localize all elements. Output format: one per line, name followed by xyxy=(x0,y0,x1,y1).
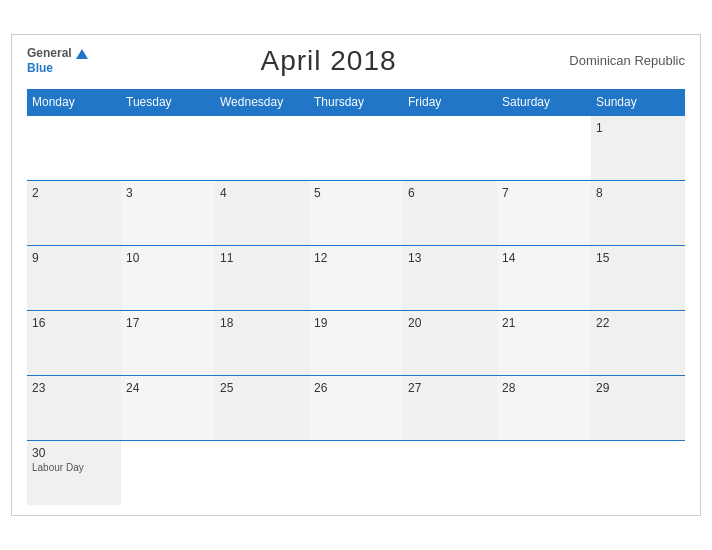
day-number: 6 xyxy=(408,186,492,200)
calendar-day xyxy=(121,115,215,180)
calendar-day: 10 xyxy=(121,245,215,310)
day-event: Labour Day xyxy=(32,462,116,473)
weekday-header-tuesday: Tuesday xyxy=(121,89,215,116)
calendar-day: 11 xyxy=(215,245,309,310)
calendar-header: General Blue April 2018 Dominican Republ… xyxy=(27,45,685,77)
day-number: 2 xyxy=(32,186,116,200)
day-number: 10 xyxy=(126,251,210,265)
calendar-day: 12 xyxy=(309,245,403,310)
calendar-day xyxy=(403,115,497,180)
calendar-day: 27 xyxy=(403,375,497,440)
calendar-day: 30Labour Day xyxy=(27,440,121,505)
day-number: 17 xyxy=(126,316,210,330)
calendar-container: General Blue April 2018 Dominican Republ… xyxy=(11,34,701,517)
logo: General Blue xyxy=(27,46,88,75)
day-number: 26 xyxy=(314,381,398,395)
weekday-header-friday: Friday xyxy=(403,89,497,116)
calendar-week-row: 2345678 xyxy=(27,180,685,245)
day-number: 21 xyxy=(502,316,586,330)
day-number: 5 xyxy=(314,186,398,200)
day-number: 23 xyxy=(32,381,116,395)
logo-general-text: General xyxy=(27,46,72,60)
calendar-day xyxy=(215,440,309,505)
day-number: 4 xyxy=(220,186,304,200)
weekday-header-wednesday: Wednesday xyxy=(215,89,309,116)
day-number: 25 xyxy=(220,381,304,395)
weekday-header-monday: Monday xyxy=(27,89,121,116)
calendar-day: 2 xyxy=(27,180,121,245)
day-number: 3 xyxy=(126,186,210,200)
day-number: 9 xyxy=(32,251,116,265)
weekday-header-sunday: Sunday xyxy=(591,89,685,116)
calendar-day: 14 xyxy=(497,245,591,310)
day-number: 18 xyxy=(220,316,304,330)
weekday-header-row: MondayTuesdayWednesdayThursdayFridaySatu… xyxy=(27,89,685,116)
calendar-day: 17 xyxy=(121,310,215,375)
day-number: 1 xyxy=(596,121,680,135)
calendar-day xyxy=(309,440,403,505)
calendar-day xyxy=(309,115,403,180)
day-number: 8 xyxy=(596,186,680,200)
calendar-day xyxy=(27,115,121,180)
calendar-day xyxy=(121,440,215,505)
calendar-day: 9 xyxy=(27,245,121,310)
day-number: 7 xyxy=(502,186,586,200)
calendar-day: 23 xyxy=(27,375,121,440)
calendar-day: 4 xyxy=(215,180,309,245)
day-number: 30 xyxy=(32,446,116,460)
calendar-day xyxy=(497,440,591,505)
day-number: 20 xyxy=(408,316,492,330)
calendar-day: 22 xyxy=(591,310,685,375)
calendar-day: 28 xyxy=(497,375,591,440)
calendar-day: 29 xyxy=(591,375,685,440)
logo-blue-text: Blue xyxy=(27,61,88,75)
calendar-day: 5 xyxy=(309,180,403,245)
calendar-day: 1 xyxy=(591,115,685,180)
weekday-header-saturday: Saturday xyxy=(497,89,591,116)
day-number: 15 xyxy=(596,251,680,265)
calendar-week-row: 23242526272829 xyxy=(27,375,685,440)
calendar-day: 7 xyxy=(497,180,591,245)
calendar-day: 3 xyxy=(121,180,215,245)
calendar-day xyxy=(215,115,309,180)
country-label: Dominican Republic xyxy=(569,53,685,68)
day-number: 11 xyxy=(220,251,304,265)
weekday-header-thursday: Thursday xyxy=(309,89,403,116)
calendar-week-row: 9101112131415 xyxy=(27,245,685,310)
calendar-day: 16 xyxy=(27,310,121,375)
day-number: 29 xyxy=(596,381,680,395)
calendar-day: 18 xyxy=(215,310,309,375)
calendar-day: 26 xyxy=(309,375,403,440)
calendar-day xyxy=(591,440,685,505)
calendar-day: 25 xyxy=(215,375,309,440)
day-number: 22 xyxy=(596,316,680,330)
calendar-day: 8 xyxy=(591,180,685,245)
calendar-day xyxy=(497,115,591,180)
calendar-day: 20 xyxy=(403,310,497,375)
month-title: April 2018 xyxy=(260,45,396,77)
calendar-table: MondayTuesdayWednesdayThursdayFridaySatu… xyxy=(27,89,685,506)
day-number: 14 xyxy=(502,251,586,265)
calendar-day: 13 xyxy=(403,245,497,310)
day-number: 16 xyxy=(32,316,116,330)
calendar-day: 19 xyxy=(309,310,403,375)
calendar-day: 6 xyxy=(403,180,497,245)
calendar-week-row: 1 xyxy=(27,115,685,180)
calendar-day: 21 xyxy=(497,310,591,375)
day-number: 13 xyxy=(408,251,492,265)
logo-triangle-icon xyxy=(76,49,88,59)
calendar-day xyxy=(403,440,497,505)
day-number: 27 xyxy=(408,381,492,395)
calendar-day: 24 xyxy=(121,375,215,440)
day-number: 28 xyxy=(502,381,586,395)
day-number: 12 xyxy=(314,251,398,265)
calendar-week-row: 16171819202122 xyxy=(27,310,685,375)
day-number: 24 xyxy=(126,381,210,395)
day-number: 19 xyxy=(314,316,398,330)
calendar-day: 15 xyxy=(591,245,685,310)
calendar-week-row: 30Labour Day xyxy=(27,440,685,505)
